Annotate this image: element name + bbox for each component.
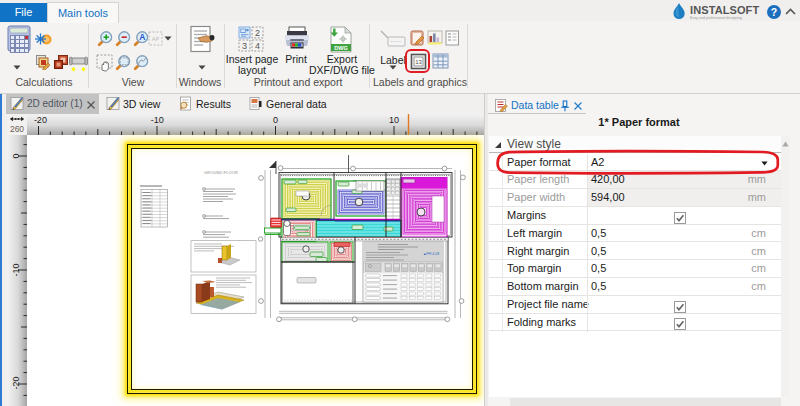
svg-text:A: A xyxy=(139,32,145,42)
svg-text:0: 0 xyxy=(11,153,21,158)
svg-text:INSTALSOFT: INSTALSOFT xyxy=(690,4,759,16)
svg-text:▲FFI-4.03: ▲FFI-4.03 xyxy=(423,252,439,256)
svg-text:-20: -20 xyxy=(11,376,21,389)
svg-text:?: ? xyxy=(771,6,777,18)
svg-text:-10: -10 xyxy=(11,263,21,276)
svg-text:GROUND FLOOR: GROUND FLOOR xyxy=(204,170,238,175)
svg-text:4: 4 xyxy=(255,41,260,51)
svg-text:2: 2 xyxy=(255,28,260,38)
svg-text:DWG: DWG xyxy=(334,45,348,51)
svg-text:3: 3 xyxy=(242,41,247,51)
svg-text:Easy and professional designin: Easy and professional designing xyxy=(690,16,742,20)
svg-text:AP: AP xyxy=(152,36,160,42)
